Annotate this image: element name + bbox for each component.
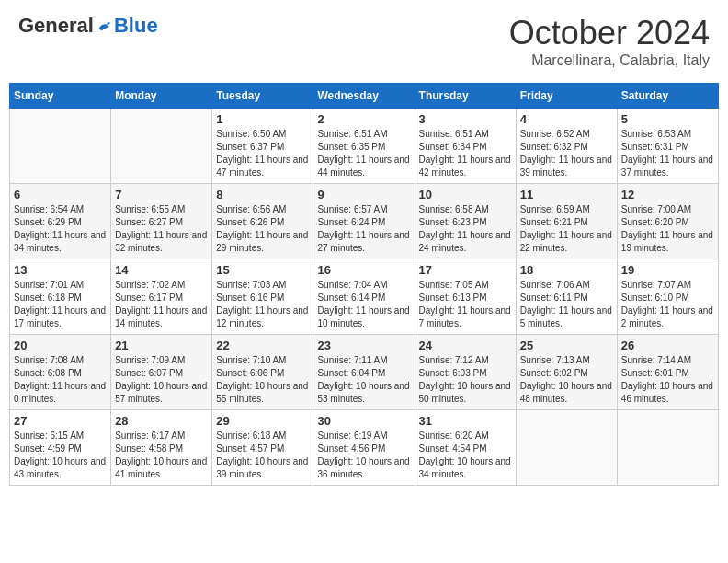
day-info: Sunrise: 6:59 AMSunset: 6:21 PMDaylight:… xyxy=(520,203,613,255)
day-number: 20 xyxy=(14,339,107,352)
day-number: 17 xyxy=(419,263,512,277)
day-number: 6 xyxy=(14,188,107,201)
header-thursday: Thursday xyxy=(415,84,516,109)
header-sunday: Sunday xyxy=(10,84,111,109)
calendar-cell: 25Sunrise: 7:13 AMSunset: 6:02 PMDayligh… xyxy=(516,335,617,410)
calendar-cell: 8Sunrise: 6:56 AMSunset: 6:26 PMDaylight… xyxy=(212,184,313,259)
day-number: 15 xyxy=(216,263,309,277)
calendar-cell: 29Sunrise: 6:18 AMSunset: 4:57 PMDayligh… xyxy=(212,410,313,486)
day-number: 8 xyxy=(216,188,309,201)
header-wednesday: Wednesday xyxy=(313,84,415,109)
day-number: 11 xyxy=(520,188,613,201)
day-number: 13 xyxy=(14,263,107,277)
day-info: Sunrise: 6:56 AMSunset: 6:26 PMDaylight:… xyxy=(216,203,309,255)
days-header-row: SundayMondayTuesdayWednesdayThursdayFrid… xyxy=(10,84,719,109)
calendar-cell: 17Sunrise: 7:05 AMSunset: 6:13 PMDayligh… xyxy=(415,259,516,335)
calendar-cell: 3Sunrise: 6:51 AMSunset: 6:34 PMDaylight… xyxy=(415,109,516,184)
day-number: 24 xyxy=(419,339,512,352)
calendar-cell: 15Sunrise: 7:03 AMSunset: 6:16 PMDayligh… xyxy=(212,259,313,335)
calendar-cell xyxy=(617,410,718,486)
title-section: October 2024 Marcellinara, Calabria, Ita… xyxy=(509,14,710,69)
day-info: Sunrise: 7:09 AMSunset: 6:07 PMDaylight:… xyxy=(115,354,208,406)
day-info: Sunrise: 7:13 AMSunset: 6:02 PMDaylight:… xyxy=(520,354,613,406)
day-info: Sunrise: 7:10 AMSunset: 6:06 PMDaylight:… xyxy=(216,354,309,406)
day-info: Sunrise: 6:55 AMSunset: 6:27 PMDaylight:… xyxy=(115,203,208,255)
day-info: Sunrise: 6:58 AMSunset: 6:23 PMDaylight:… xyxy=(419,203,512,255)
calendar-cell: 22Sunrise: 7:10 AMSunset: 6:06 PMDayligh… xyxy=(212,335,313,410)
day-info: Sunrise: 7:05 AMSunset: 6:13 PMDaylight:… xyxy=(419,279,512,330)
day-info: Sunrise: 7:12 AMSunset: 6:03 PMDaylight:… xyxy=(419,354,512,406)
day-info: Sunrise: 7:00 AMSunset: 6:20 PMDaylight:… xyxy=(621,203,714,255)
day-info: Sunrise: 6:19 AMSunset: 4:56 PMDaylight:… xyxy=(317,430,410,481)
month-title: October 2024 xyxy=(509,14,710,52)
day-info: Sunrise: 7:07 AMSunset: 6:10 PMDaylight:… xyxy=(621,279,714,330)
logo-blue-text: Blue xyxy=(114,14,158,38)
calendar-header: SundayMondayTuesdayWednesdayThursdayFrid… xyxy=(10,84,719,109)
day-number: 30 xyxy=(317,414,410,428)
day-number: 29 xyxy=(216,414,309,428)
calendar-cell: 31Sunrise: 6:20 AMSunset: 4:54 PMDayligh… xyxy=(415,410,516,486)
day-number: 2 xyxy=(317,112,410,126)
day-info: Sunrise: 6:53 AMSunset: 6:31 PMDaylight:… xyxy=(621,128,714,179)
day-number: 4 xyxy=(520,112,613,126)
calendar-cell: 26Sunrise: 7:14 AMSunset: 6:01 PMDayligh… xyxy=(617,335,718,410)
day-number: 9 xyxy=(317,188,410,201)
calendar-cell: 24Sunrise: 7:12 AMSunset: 6:03 PMDayligh… xyxy=(415,335,516,410)
calendar-cell: 9Sunrise: 6:57 AMSunset: 6:24 PMDaylight… xyxy=(313,184,415,259)
calendar-cell: 14Sunrise: 7:02 AMSunset: 6:17 PMDayligh… xyxy=(111,259,212,335)
day-info: Sunrise: 7:06 AMSunset: 6:11 PMDaylight:… xyxy=(520,279,613,330)
day-number: 26 xyxy=(621,339,714,352)
day-number: 19 xyxy=(621,263,714,277)
calendar-week-3: 13Sunrise: 7:01 AMSunset: 6:18 PMDayligh… xyxy=(10,259,719,335)
calendar-cell: 28Sunrise: 6:17 AMSunset: 4:58 PMDayligh… xyxy=(111,410,212,486)
calendar-cell: 7Sunrise: 6:55 AMSunset: 6:27 PMDaylight… xyxy=(111,184,212,259)
header-saturday: Saturday xyxy=(617,84,718,109)
calendar-week-5: 27Sunrise: 6:15 AMSunset: 4:59 PMDayligh… xyxy=(10,410,719,486)
calendar-week-4: 20Sunrise: 7:08 AMSunset: 6:08 PMDayligh… xyxy=(10,335,719,410)
day-info: Sunrise: 6:54 AMSunset: 6:29 PMDaylight:… xyxy=(14,203,107,255)
calendar-week-2: 6Sunrise: 6:54 AMSunset: 6:29 PMDaylight… xyxy=(10,184,719,259)
calendar-cell xyxy=(111,109,212,184)
day-info: Sunrise: 6:15 AMSunset: 4:59 PMDaylight:… xyxy=(14,430,107,481)
calendar-cell: 11Sunrise: 6:59 AMSunset: 6:21 PMDayligh… xyxy=(516,184,617,259)
day-number: 3 xyxy=(419,112,512,126)
day-info: Sunrise: 6:50 AMSunset: 6:37 PMDaylight:… xyxy=(216,128,309,179)
day-info: Sunrise: 6:18 AMSunset: 4:57 PMDaylight:… xyxy=(216,430,309,481)
logo-general-text: General xyxy=(18,14,94,38)
day-number: 12 xyxy=(621,188,714,201)
day-number: 14 xyxy=(115,263,208,277)
day-number: 23 xyxy=(317,339,410,352)
day-number: 1 xyxy=(216,112,309,126)
header-tuesday: Tuesday xyxy=(212,84,313,109)
calendar-cell: 12Sunrise: 7:00 AMSunset: 6:20 PMDayligh… xyxy=(617,184,718,259)
day-number: 5 xyxy=(621,112,714,126)
day-info: Sunrise: 6:17 AMSunset: 4:58 PMDaylight:… xyxy=(115,430,208,481)
location: Marcellinara, Calabria, Italy xyxy=(509,52,710,69)
day-info: Sunrise: 7:08 AMSunset: 6:08 PMDaylight:… xyxy=(14,354,107,406)
calendar-table: SundayMondayTuesdayWednesdayThursdayFrid… xyxy=(9,83,719,486)
calendar-cell: 4Sunrise: 6:52 AMSunset: 6:32 PMDaylight… xyxy=(516,109,617,184)
day-info: Sunrise: 7:02 AMSunset: 6:17 PMDaylight:… xyxy=(115,279,208,330)
calendar-cell: 10Sunrise: 6:58 AMSunset: 6:23 PMDayligh… xyxy=(415,184,516,259)
day-info: Sunrise: 7:11 AMSunset: 6:04 PMDaylight:… xyxy=(317,354,410,406)
day-info: Sunrise: 7:03 AMSunset: 6:16 PMDaylight:… xyxy=(216,279,309,330)
logo: General Blue xyxy=(18,14,158,38)
calendar-cell: 13Sunrise: 7:01 AMSunset: 6:18 PMDayligh… xyxy=(10,259,111,335)
logo-bird-icon xyxy=(96,17,114,35)
header-monday: Monday xyxy=(111,84,212,109)
day-info: Sunrise: 6:52 AMSunset: 6:32 PMDaylight:… xyxy=(520,128,613,179)
calendar-week-1: 1Sunrise: 6:50 AMSunset: 6:37 PMDaylight… xyxy=(10,109,719,184)
calendar-cell: 20Sunrise: 7:08 AMSunset: 6:08 PMDayligh… xyxy=(10,335,111,410)
calendar-cell xyxy=(10,109,111,184)
day-number: 7 xyxy=(115,188,208,201)
day-info: Sunrise: 7:01 AMSunset: 6:18 PMDaylight:… xyxy=(14,279,107,330)
day-number: 31 xyxy=(419,414,512,428)
header-friday: Friday xyxy=(516,84,617,109)
calendar-cell xyxy=(516,410,617,486)
calendar-cell: 21Sunrise: 7:09 AMSunset: 6:07 PMDayligh… xyxy=(111,335,212,410)
calendar-cell: 18Sunrise: 7:06 AMSunset: 6:11 PMDayligh… xyxy=(516,259,617,335)
day-number: 22 xyxy=(216,339,309,352)
day-number: 21 xyxy=(115,339,208,352)
calendar-cell: 19Sunrise: 7:07 AMSunset: 6:10 PMDayligh… xyxy=(617,259,718,335)
day-number: 16 xyxy=(317,263,410,277)
